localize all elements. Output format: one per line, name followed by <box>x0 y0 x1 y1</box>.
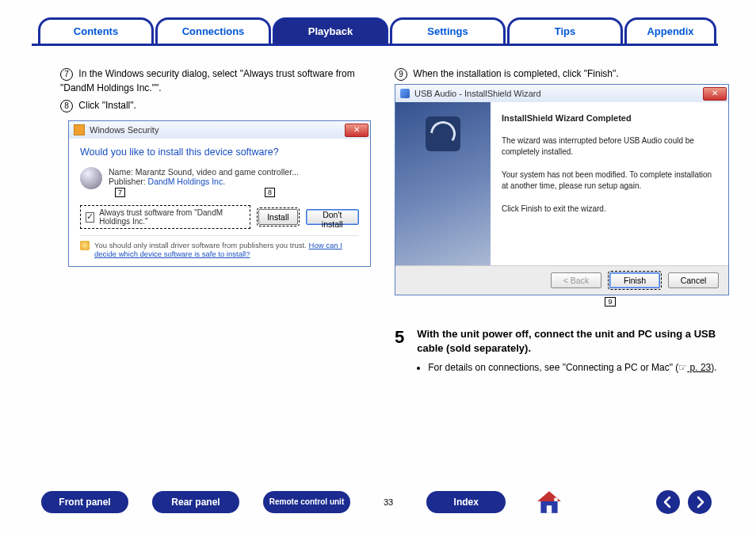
tab-tips[interactable]: Tips <box>507 17 623 44</box>
installshield-dialog: USB Audio - InstallShield Wizard ✕ Insta… <box>395 84 729 295</box>
next-page-button[interactable] <box>688 490 712 514</box>
checkbox-icon <box>86 212 94 223</box>
page-ref-icon: ☞ <box>678 362 687 373</box>
finish-button[interactable]: Finish <box>609 272 660 288</box>
step-9-number: 9 <box>395 68 407 81</box>
installer-msg-1: The wizard was interrupted before USB Au… <box>502 135 717 157</box>
tab-settings[interactable]: Settings <box>390 17 506 44</box>
tab-appendix[interactable]: Appendix <box>624 17 716 44</box>
step-7-number: 7 <box>60 68 73 81</box>
installer-msg-3: Click Finish to exit the wizard. <box>502 204 717 215</box>
svg-marker-0 <box>537 491 561 501</box>
dialog-title: Windows Security <box>90 125 345 135</box>
step-7-line: 7 In the Windows security dialog, select… <box>60 67 371 95</box>
step-5-number: 5 <box>395 327 404 373</box>
step-9-line: 9 When the installation is completed, cl… <box>395 67 729 81</box>
step-5-heading: With the unit power off, connect the uni… <box>417 327 729 356</box>
installer-heading: InstallShield Wizard Completed <box>502 113 717 123</box>
cancel-button[interactable]: Cancel <box>668 272 719 288</box>
always-trust-checkbox[interactable]: Always trust software from "DandM Holdin… <box>80 205 250 229</box>
step-8-text: Click "Install". <box>78 100 136 111</box>
step-8-line: 8 Click "Install". <box>60 98 371 112</box>
page-number: 33 <box>384 497 393 507</box>
callout-9: 9 <box>605 297 615 306</box>
shield-small-icon <box>80 241 90 250</box>
callout-7: 7 <box>115 188 125 197</box>
shield-icon <box>74 124 85 135</box>
installer-msg-2: Your system has not been modified. To co… <box>502 169 717 191</box>
step-5-bullet: For details on connections, see "Connect… <box>428 362 729 373</box>
tab-connections[interactable]: Connections <box>155 17 271 44</box>
tab-playback[interactable]: Playback <box>273 17 388 44</box>
callout-8: 8 <box>265 188 275 197</box>
front-panel-button[interactable]: Front panel <box>41 491 128 513</box>
trust-footnote: You should only install driver software … <box>94 241 359 258</box>
installer-title: USB Audio - InstallShield Wizard <box>414 89 703 98</box>
tab-contents[interactable]: Contents <box>38 17 154 44</box>
globe-icon <box>80 167 102 189</box>
svg-rect-2 <box>547 505 552 513</box>
close-icon[interactable]: ✕ <box>703 87 727 101</box>
step-7-text: In the Windows security dialog, select "… <box>60 68 355 93</box>
page-ref-link[interactable]: p. 23 <box>687 362 711 373</box>
install-disc-icon <box>426 116 460 151</box>
home-icon[interactable] <box>536 489 563 516</box>
close-icon[interactable]: ✕ <box>345 124 368 137</box>
device-publisher: Publisher: DandM Holdings Inc. <box>109 177 299 186</box>
step-9-text: When the installation is completed, clic… <box>413 68 618 79</box>
step-5: 5 With the unit power off, connect the u… <box>395 327 729 373</box>
remote-control-button[interactable]: Remote control unit <box>263 491 350 513</box>
back-button: < Back <box>551 272 601 288</box>
rear-panel-button[interactable]: Rear panel <box>152 491 239 513</box>
prev-page-button[interactable] <box>656 490 680 514</box>
windows-security-dialog: Windows Security ✕ Would you like to ins… <box>68 120 371 267</box>
installer-logo-icon <box>400 89 410 98</box>
index-button[interactable]: Index <box>426 491 506 513</box>
dont-install-button[interactable]: Don't install <box>306 209 359 225</box>
install-button[interactable]: Install <box>258 209 297 225</box>
step-8-number: 8 <box>60 100 73 112</box>
security-question: Would you like to install this device so… <box>80 147 359 158</box>
device-name: Name: Marantz Sound, video and game cont… <box>109 167 299 177</box>
